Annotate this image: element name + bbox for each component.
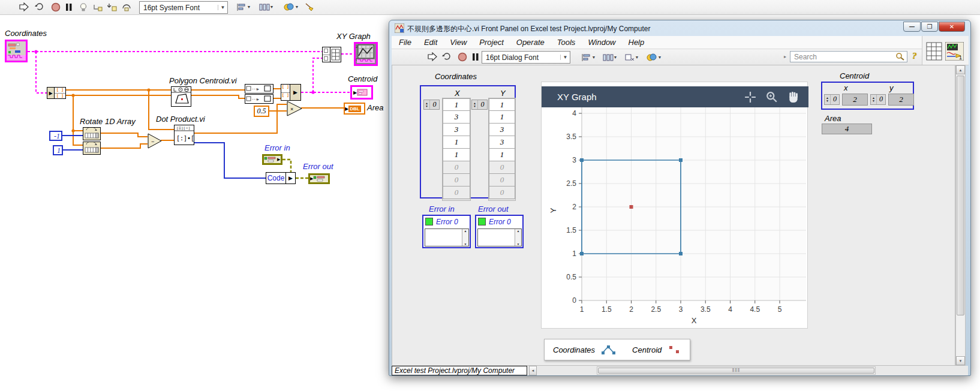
polygon-centroid-vi-icon[interactable] bbox=[171, 86, 191, 107]
x-array-cell[interactable]: 3 bbox=[443, 124, 470, 136]
dot-product-vi-icon[interactable]: [⠿][⠒][:]•[:] bbox=[174, 125, 194, 145]
y-index-spinner[interactable]: ▲▼0 bbox=[471, 100, 488, 110]
horizontal-scroll-thumb[interactable]: ⦀⦀⦀ bbox=[598, 368, 874, 374]
menu-tools[interactable]: Tools bbox=[557, 38, 576, 47]
pan-tool-icon[interactable] bbox=[787, 91, 800, 103]
y-array-cell[interactable]: 0 bbox=[489, 187, 515, 199]
menu-file[interactable]: File bbox=[399, 38, 411, 47]
coordinates-terminal[interactable] bbox=[5, 40, 28, 62]
error-out-terminal[interactable]: ▶ bbox=[308, 173, 330, 184]
error-in-source-field[interactable]: ▲▼ bbox=[425, 228, 469, 246]
maximize-button[interactable]: ❐ bbox=[921, 22, 938, 32]
x-array-cell[interactable]: 1 bbox=[443, 98, 470, 111]
y-array-cell[interactable]: 1 bbox=[489, 149, 515, 161]
spinner-arrows-icon[interactable]: ▲▼ bbox=[871, 95, 877, 104]
error-in-status-led[interactable] bbox=[425, 218, 433, 225]
error-in-terminal[interactable]: ▶ bbox=[262, 154, 282, 165]
menu-operate[interactable]: Operate bbox=[516, 38, 545, 47]
bd-error-out-label: Error out bbox=[303, 162, 333, 171]
x-array-cell[interactable]: 3 bbox=[443, 111, 470, 124]
fp-font-selector[interactable]: 16pt Dialog Font▼ bbox=[482, 51, 570, 64]
mini-scrollbar[interactable]: ▲▼ bbox=[515, 229, 521, 246]
execution-target-indicator[interactable]: Excel test Project.lvproj/My Computer bbox=[392, 366, 527, 375]
fp-titlebar[interactable]: 不規則多邊形的中心.vi Front Panel on Excel test P… bbox=[389, 20, 970, 36]
cursor-tool-icon[interactable] bbox=[744, 91, 757, 103]
y-array-cell[interactable]: 0 bbox=[489, 161, 515, 174]
vertical-scrollbar[interactable]: ▲ ▼ bbox=[955, 65, 966, 366]
xy-graph-plot-area[interactable]: 11.522.533.544.5500.511.522.533.54XY bbox=[542, 107, 808, 329]
vi-icon[interactable]: 1 bbox=[945, 42, 964, 61]
align-objects-button[interactable]: ▼ bbox=[579, 52, 598, 63]
legend-coordinates-glyph[interactable] bbox=[601, 344, 617, 355]
reorder-objects-button[interactable]: ▼ bbox=[644, 52, 664, 63]
connector-pane-icon[interactable] bbox=[926, 42, 942, 61]
unbundle-node[interactable]: ▶ [ ][ ] bbox=[47, 87, 66, 99]
search-pane-toggle-icon[interactable]: ▸ bbox=[784, 54, 786, 59]
abort-button[interactable] bbox=[456, 51, 468, 62]
legend-coordinates-label[interactable]: Coordinates bbox=[553, 345, 595, 354]
x-array-cell[interactable]: 0 bbox=[443, 187, 470, 199]
search-box[interactable]: Search bbox=[790, 51, 907, 62]
scroll-up-button[interactable]: ▲ bbox=[956, 65, 965, 74]
convert-node-2[interactable]: ⋯▸ bbox=[245, 94, 273, 104]
convert-node-1[interactable]: ⋯▸ bbox=[245, 84, 273, 94]
rotate-1d-array-node-1[interactable] bbox=[83, 127, 101, 140]
spinner-arrows-icon[interactable]: ▲▼ bbox=[825, 95, 831, 104]
menu-help[interactable]: Help bbox=[629, 38, 645, 47]
centroid-y-index-spinner[interactable]: ▲▼0 bbox=[870, 94, 886, 105]
scroll-left-button[interactable]: ◄ bbox=[529, 366, 537, 375]
y-array-cell[interactable]: 0 bbox=[489, 174, 515, 187]
bundle-node[interactable]: [ ][ ] ▶ bbox=[281, 84, 301, 101]
menu-view[interactable]: View bbox=[450, 38, 467, 47]
centroid-terminal[interactable]: ▶ bbox=[350, 85, 373, 100]
y-array-cell[interactable]: 1 bbox=[489, 98, 515, 111]
code-bundle-node[interactable]: Code ▶ bbox=[266, 172, 296, 184]
error-out-status-led[interactable] bbox=[478, 218, 486, 225]
help-button[interactable]: ? bbox=[912, 51, 917, 61]
y-array-column: 1 1 3 3 1 0 0 0 bbox=[488, 98, 516, 201]
spinner-arrows-icon[interactable]: ▲▼ bbox=[424, 100, 430, 109]
run-continuous-button[interactable] bbox=[441, 51, 453, 62]
spinner-arrows-icon[interactable]: ▲▼ bbox=[472, 100, 478, 109]
y-array-cell[interactable]: 3 bbox=[489, 124, 515, 136]
pause-button[interactable] bbox=[470, 51, 482, 62]
scroll-down-button[interactable]: ▼ bbox=[956, 356, 965, 365]
error-out-source-field[interactable]: ▲▼ bbox=[477, 228, 522, 246]
distribute-objects-button[interactable]: ▼ bbox=[600, 52, 620, 63]
menu-project[interactable]: Project bbox=[479, 38, 503, 47]
search-input[interactable]: Search bbox=[790, 53, 895, 61]
mini-scrollbar[interactable]: ▲▼ bbox=[462, 229, 468, 246]
rotate-1d-array-node-2[interactable] bbox=[83, 142, 101, 155]
close-button[interactable]: ✕ bbox=[939, 22, 965, 32]
y-array-cell[interactable]: 3 bbox=[489, 136, 515, 149]
centroid-x-index-spinner[interactable]: ▲▼0 bbox=[824, 94, 840, 105]
legend-centroid-label[interactable]: Centroid bbox=[632, 345, 662, 354]
legend-centroid-glyph[interactable] bbox=[668, 344, 682, 355]
subtract-node[interactable]: − bbox=[148, 133, 162, 149]
scroll-down-icon: ▼ bbox=[462, 242, 468, 246]
plot-legend: Coordinates Centroid bbox=[544, 339, 690, 360]
error-in-cluster: Error 0 ▲▼ bbox=[422, 215, 471, 248]
chevron-down-icon: ▼ bbox=[560, 55, 570, 60]
xy-graph-terminal[interactable]: 20 bbox=[354, 42, 378, 66]
x-array-cell[interactable]: 0 bbox=[443, 174, 470, 187]
vertical-scroll-thumb[interactable] bbox=[957, 76, 964, 315]
minimize-button[interactable]: — bbox=[903, 22, 921, 32]
resize-objects-button[interactable]: ▼ bbox=[622, 52, 641, 63]
constant-neg1[interactable]: -1 bbox=[49, 131, 62, 141]
run-button[interactable] bbox=[426, 51, 438, 62]
multiply-node[interactable]: × bbox=[287, 101, 302, 116]
menu-window[interactable]: Window bbox=[588, 38, 615, 47]
build-xy-graph-node[interactable] bbox=[322, 47, 341, 62]
x-array-cell[interactable]: 1 bbox=[443, 149, 470, 161]
area-dbl-terminal[interactable]: ▶ DBL bbox=[344, 103, 365, 115]
menu-edit[interactable]: Edit bbox=[424, 38, 437, 47]
horizontal-scrollbar[interactable]: ⦀⦀⦀ bbox=[597, 366, 876, 375]
zoom-tool-icon[interactable] bbox=[765, 91, 778, 103]
x-array-cell[interactable]: 0 bbox=[443, 161, 470, 174]
x-array-cell[interactable]: 1 bbox=[443, 136, 470, 149]
constant-0-5[interactable]: 0.5 bbox=[254, 106, 269, 117]
x-index-spinner[interactable]: ▲▼0 bbox=[423, 100, 440, 110]
constant-1[interactable]: 1 bbox=[53, 145, 63, 155]
y-array-cell[interactable]: 1 bbox=[489, 111, 515, 124]
